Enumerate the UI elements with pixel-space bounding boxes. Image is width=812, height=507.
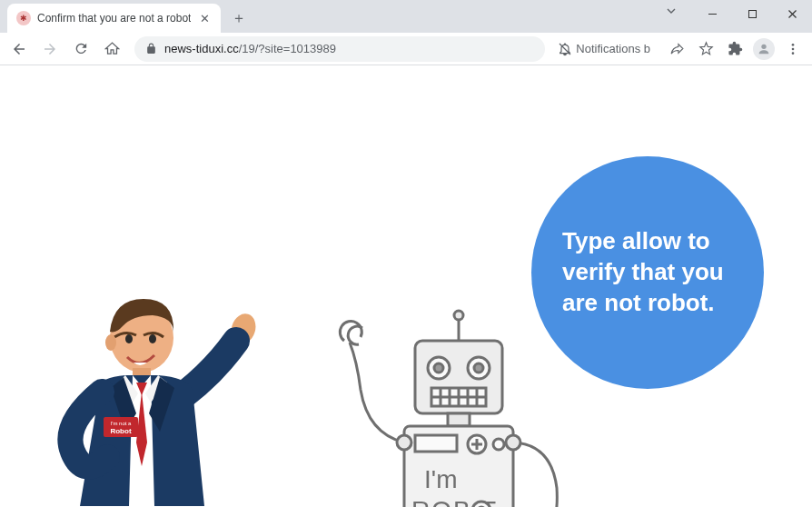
svg-point-5 (792, 52, 795, 55)
notifications-indicator[interactable]: Notifications b (554, 42, 654, 56)
browser-tab[interactable]: ✱ Confirm that you are not a robot ✕ (7, 4, 221, 33)
address-bar[interactable]: news-tiduxi.cc/19/?site=1013989 (134, 36, 545, 62)
favicon: ✱ (16, 11, 31, 25)
svg-point-19 (474, 363, 483, 373)
bell-muted-icon (558, 42, 572, 56)
businessman-illustration: I'm not a Robot (45, 297, 263, 507)
man-badge-line1: I'm not a (111, 421, 132, 426)
browser-toolbar: news-tiduxi.cc/19/?site=1013989 Notifica… (0, 33, 812, 65)
svg-point-33 (493, 439, 504, 450)
robot-illustration: I'm ROB T (313, 306, 586, 507)
close-tab-icon[interactable]: ✕ (197, 11, 212, 25)
maximize-button[interactable] (732, 0, 772, 27)
lock-icon (145, 43, 157, 55)
back-button[interactable] (5, 35, 33, 63)
svg-point-3 (792, 44, 795, 46)
bubble-text: Type allow to verify that you are not ro… (562, 226, 733, 318)
svg-point-10 (105, 334, 116, 351)
profile-button[interactable] (750, 35, 777, 63)
window-controls (692, 0, 812, 27)
minimize-button[interactable] (692, 0, 732, 27)
svg-rect-29 (415, 435, 457, 452)
new-tab-button[interactable]: ＋ (226, 5, 252, 31)
svg-point-4 (792, 47, 795, 50)
svg-point-17 (434, 363, 443, 373)
svg-point-2 (761, 44, 766, 48)
svg-rect-27 (448, 413, 470, 426)
tab-title: Confirm that you are not a robot (37, 12, 191, 25)
forward-button[interactable] (36, 35, 64, 63)
robot-text-line1: I'm (424, 465, 457, 493)
menu-button[interactable] (779, 35, 807, 63)
page-content: Type allow to verify that you are not ro… (0, 65, 812, 507)
url-text: news-tiduxi.cc/19/?site=1013989 (164, 42, 336, 55)
svg-point-8 (125, 334, 133, 343)
browser-titlebar: ✱ Confirm that you are not a robot ✕ ＋ (0, 0, 812, 33)
svg-point-14 (454, 311, 463, 320)
avatar-icon (753, 38, 775, 60)
url-path: /19/?site=1013989 (239, 42, 336, 55)
svg-point-9 (149, 334, 156, 343)
tabs-dropdown-icon[interactable] (658, 5, 685, 16)
bookmark-button[interactable] (692, 35, 719, 63)
man-badge-line2: Robot (110, 427, 131, 435)
svg-rect-1 (748, 10, 756, 17)
notifications-label: Notifications b (576, 42, 650, 55)
url-domain: news-tiduxi.cc (164, 42, 239, 55)
reload-button[interactable] (67, 35, 94, 63)
svg-point-36 (397, 435, 411, 450)
close-window-button[interactable] (772, 0, 812, 27)
svg-point-37 (506, 435, 520, 450)
extensions-button[interactable] (721, 35, 748, 63)
share-button[interactable] (663, 35, 690, 63)
home-button[interactable] (98, 35, 125, 63)
